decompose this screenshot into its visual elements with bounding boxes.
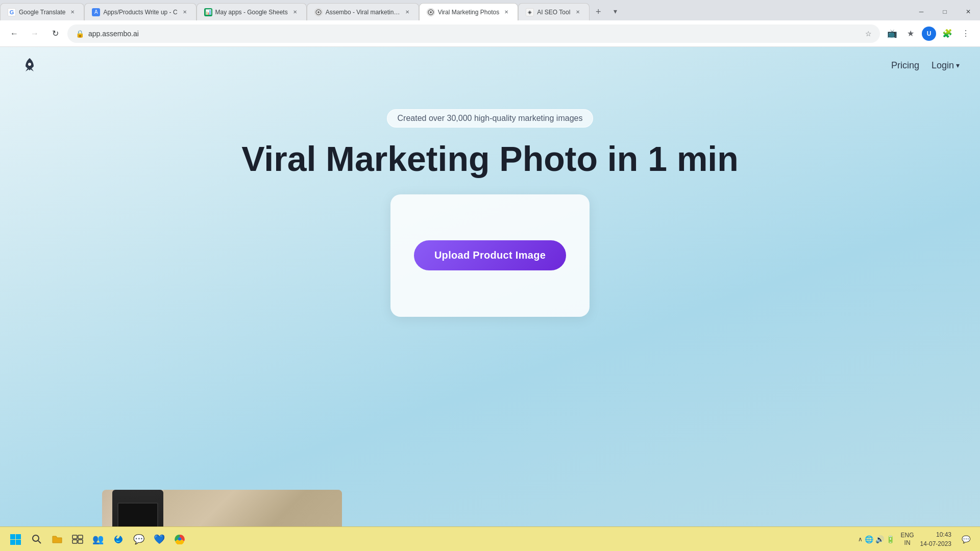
chrome-taskbar-icon[interactable]	[172, 531, 188, 547]
whatsapp-taskbar-icon[interactable]: 💬	[131, 531, 147, 547]
tab-title-sheets: May apps - Google Sheets	[215, 9, 288, 16]
tab-title-apps: Apps/Products Write up - C	[103, 9, 177, 16]
bookmark-icon[interactable]: ★	[902, 26, 919, 42]
taskbar-clock[interactable]: 10:43 14-07-2023	[920, 530, 951, 548]
minimize-button[interactable]: ─	[910, 2, 933, 22]
profile-avatar[interactable]: U	[921, 26, 937, 42]
svg-point-9	[33, 535, 39, 541]
hero-title: Viral Marketing Photo in 1 min	[241, 140, 739, 178]
svg-rect-11	[72, 535, 77, 539]
tab-title-google: Google Translate	[19, 9, 65, 16]
pricing-link[interactable]: Pricing	[891, 60, 919, 71]
taskbar-right: ∧ 🌐 🔊 🔋 ENG IN 10:43 14-07-2023 💬	[858, 530, 974, 548]
tab-google-translate[interactable]: G Google Translate ✕	[0, 3, 84, 20]
start-button[interactable]	[6, 530, 24, 548]
screen-cast-icon[interactable]: 📺	[884, 26, 900, 42]
tab-ai-seo[interactable]: ◈ AI SEO Tool ✕	[518, 3, 590, 20]
vscode-taskbar-icon[interactable]: 💙	[151, 531, 167, 547]
upload-product-image-button[interactable]: Upload Product Image	[414, 240, 566, 270]
hero-badge: Created over 30,000 high-quality marketi…	[387, 109, 594, 128]
new-tab-button[interactable]: +	[590, 3, 607, 20]
tab-favicon-sheets: 📊	[204, 8, 212, 16]
tab-assembo-viral[interactable]: Assembo - Viral marketing... ✕	[307, 3, 419, 20]
tab-close-viral[interactable]: ✕	[502, 8, 510, 16]
toolbar-icons: 📺 ★ U 🧩 ⋮	[884, 26, 974, 42]
site-nav: Pricing Login ▾	[0, 47, 980, 84]
svg-rect-14	[78, 540, 83, 543]
star-icon[interactable]: ☆	[865, 30, 872, 38]
tab-title-assembo: Assembo - Viral marketing...	[326, 9, 400, 16]
tab-apps-products[interactable]: A Apps/Products Write up - C ✕	[84, 3, 196, 20]
taskbar-language: ENG IN	[901, 532, 914, 546]
browser-toolbar: ← → ↻ 🔒 app.assembo.ai ☆ 📺 ★ U 🧩 ⋮	[0, 20, 980, 47]
speaker-icon[interactable]: 🔊	[875, 535, 884, 543]
lock-icon: 🔒	[76, 30, 84, 38]
reload-button[interactable]: ↻	[47, 26, 63, 42]
tab-title-ai: AI SEO Tool	[537, 9, 571, 16]
login-button[interactable]: Login ▾	[932, 60, 960, 71]
battery-icon[interactable]: 🔋	[886, 535, 895, 543]
address-bar[interactable]: 🔒 app.assembo.ai ☆	[67, 24, 880, 43]
tab-favicon-viral	[427, 8, 435, 16]
svg-point-3	[430, 11, 432, 13]
site-logo	[20, 56, 39, 74]
close-button[interactable]: ✕	[957, 2, 980, 22]
file-explorer-taskbar-icon[interactable]	[49, 531, 65, 547]
tab-may-apps[interactable]: 📊 May apps - Google Sheets ✕	[197, 3, 307, 20]
svg-rect-7	[10, 540, 15, 545]
svg-rect-13	[72, 540, 77, 543]
tab-bar: G Google Translate ✕ A Apps/Products Wri…	[0, 3, 905, 20]
tab-list-button[interactable]: ▾	[607, 3, 623, 19]
tab-close-sheets[interactable]: ✕	[291, 8, 299, 16]
chevron-up-icon[interactable]: ∧	[858, 536, 863, 543]
tab-close-google[interactable]: ✕	[68, 8, 77, 16]
tab-title-viral: Viral Marketing Photos	[438, 9, 500, 16]
page-content: Pricing Login ▾ Created over 30,000 high…	[0, 47, 980, 551]
notification-button[interactable]: 💬	[958, 531, 974, 547]
search-taskbar-icon[interactable]	[29, 531, 45, 547]
maximize-button[interactable]: □	[933, 2, 957, 22]
svg-point-4	[28, 63, 31, 66]
svg-rect-5	[10, 534, 15, 539]
svg-rect-8	[16, 540, 21, 545]
window-controls: ─ □ ✕	[910, 3, 980, 20]
tab-favicon-google: G	[8, 8, 16, 16]
url-text: app.assembo.ai	[88, 30, 861, 38]
logo-icon	[20, 56, 39, 74]
tab-close-apps[interactable]: ✕	[181, 8, 189, 16]
forward-button[interactable]: →	[27, 26, 43, 42]
extensions-icon[interactable]: 🧩	[939, 26, 955, 42]
menu-icon[interactable]: ⋮	[958, 26, 974, 42]
profile-picture: U	[922, 27, 936, 41]
browser-frame: G Google Translate ✕ A Apps/Products Wri…	[0, 0, 980, 551]
upload-card: Upload Product Image	[390, 194, 590, 317]
taskbar-sys-area: ∧ 🌐 🔊 🔋	[858, 535, 895, 543]
network-icon[interactable]: 🌐	[865, 535, 873, 543]
edge-taskbar-icon[interactable]	[110, 531, 127, 547]
tab-viral-marketing[interactable]: Viral Marketing Photos ✕	[419, 3, 519, 20]
taskbar: 👥 💬 💙 ∧ 🌐 🔊 🔋	[0, 527, 980, 551]
hero-section: Created over 30,000 high-quality marketi…	[0, 84, 980, 317]
tab-favicon-assembo	[314, 8, 323, 16]
browser-titlebar: G Google Translate ✕ A Apps/Products Wri…	[0, 0, 980, 20]
svg-rect-12	[78, 535, 83, 539]
taskview-taskbar-icon[interactable]	[69, 531, 86, 547]
tab-favicon-apps: A	[92, 8, 100, 16]
svg-rect-6	[16, 534, 21, 539]
chevron-down-icon: ▾	[956, 61, 960, 69]
tab-close-ai[interactable]: ✕	[574, 8, 582, 16]
teams-taskbar-icon[interactable]: 👥	[90, 531, 106, 547]
back-button[interactable]: ←	[6, 26, 22, 42]
svg-point-1	[317, 11, 320, 13]
svg-line-10	[38, 541, 41, 543]
tab-favicon-ai: ◈	[526, 8, 534, 16]
tab-close-assembo[interactable]: ✕	[403, 8, 411, 16]
nav-links: Pricing Login ▾	[891, 60, 960, 71]
